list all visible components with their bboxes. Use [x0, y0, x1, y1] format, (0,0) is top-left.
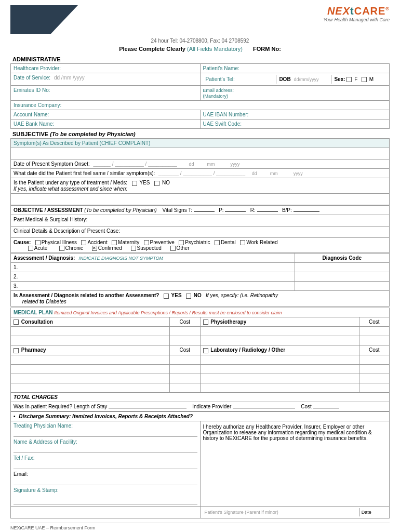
- treatment-yes-checkbox[interactable]: [132, 181, 137, 186]
- treatment-no-checkbox[interactable]: [154, 181, 159, 186]
- row-consultation-physio-header: Consultation Cost Physiotherapy Cost: [11, 317, 390, 326]
- related-no-checkbox[interactable]: [186, 294, 191, 299]
- row-inpatient: Was In-patient Required? Length of Stay …: [11, 402, 390, 411]
- patients-tel-label: Patient's Tel:: [206, 76, 235, 82]
- cause-accident-checkbox[interactable]: [81, 240, 86, 245]
- medical-plan-note: Itemized Original Invoices and Applicabl…: [54, 310, 282, 315]
- physiotherapy-label: Physiotherapy: [210, 319, 246, 325]
- uae-bank-label: UAE Bank Name:: [14, 121, 54, 127]
- tel-fax-label: Tel / Fax:: [14, 455, 35, 461]
- pharmacy-row-4: [11, 383, 390, 392]
- medical-plan-table: Consultation Cost Physiotherapy Cost Pha…: [10, 317, 390, 411]
- page-header: NEXtCARE® Your Health Managed with Care: [10, 5, 390, 34]
- indicate-provider-label: Indicate Provider: [192, 404, 231, 409]
- diagnosis-table: Assessment / Diagnosis: INDICATE DIAGNOS…: [10, 253, 390, 306]
- cause-other-checkbox[interactable]: [170, 246, 176, 251]
- email-row: Email:: [14, 471, 197, 477]
- cause-physical-checkbox[interactable]: [35, 240, 41, 245]
- facility-row: Name & Address of Facility:: [14, 439, 197, 445]
- row-date-tel: Date of Service: dd /mm /yyyy Patient's …: [11, 73, 390, 86]
- signature-row: Signature & Stamp:: [14, 487, 197, 493]
- pharmacy-cost-label: Cost: [170, 345, 200, 355]
- cause-maternity-checkbox[interactable]: [112, 240, 117, 245]
- row-total-charges: TOTAL CHARGES: [11, 392, 390, 402]
- row-treatment-detail: [11, 193, 390, 205]
- cause-dental-checkbox[interactable]: [215, 240, 220, 245]
- row-discharge: • Discharge Summary: Itemized Invoices, …: [11, 411, 390, 421]
- date-format: dd /mm /yyyy: [54, 75, 85, 81]
- emirates-id-label: Emirates ID No:: [14, 87, 50, 93]
- medical-plan-header: MEDICAL PLAN Itemized Original Invoices …: [10, 308, 390, 317]
- row-insurance: Insurance Company:: [11, 101, 390, 110]
- row-physician-auth: Treating Physician Name: Name & Address …: [11, 421, 390, 506]
- row-pharmacy-lab-header: Pharmacy Cost Laboratory / Radiology / O…: [11, 345, 390, 355]
- lab-checkbox[interactable]: [203, 348, 208, 353]
- physiotherapy-checkbox[interactable]: [203, 320, 208, 325]
- cause-preventive-checkbox[interactable]: [144, 240, 149, 245]
- vital-r-label: R:: [250, 207, 256, 213]
- healthcare-provider-label: Healthcare Provider:: [11, 64, 201, 73]
- row-related-assessment: Is Assessment / Diagnosis related to ano…: [11, 291, 390, 306]
- logo-area: NEXtCARE® Your Health Managed with Care: [323, 5, 390, 22]
- form-subtitle: 24 hour Tel: 04-2708800, Fax: 04 2708592: [10, 38, 390, 44]
- pharmacy-row-2: [11, 364, 390, 374]
- cause-label: Cause:: [14, 240, 31, 245]
- consultation-checkbox[interactable]: [14, 320, 19, 325]
- sex-f-checkbox[interactable]: [346, 77, 352, 82]
- cause-work-checkbox[interactable]: [240, 240, 245, 245]
- cause-suspected-checkbox[interactable]: [131, 246, 136, 251]
- treating-physician-row: Treating Physician Name:: [14, 423, 197, 429]
- vital-signs-label: Vital Signs T:: [163, 207, 192, 213]
- patient-signature-label: Patient's Signature (Parent if minor): [203, 508, 360, 516]
- consultation-row-2: [11, 336, 390, 345]
- lab-label: Laboratory / Radiology / Other: [210, 347, 285, 353]
- account-name-label: Account Name:: [14, 112, 49, 117]
- row-treatment: Is the Patient under any type of treatme…: [11, 178, 390, 193]
- row-account-iban: Account Name: UAE IBAN Number:: [11, 110, 390, 119]
- discharge-table: • Discharge Summary: Itemized Invoices, …: [10, 411, 390, 518]
- row-emirates-email: Emirates ID No: Email address:(Mandatory…: [11, 86, 390, 101]
- physiotherapy-cost-label: Cost: [359, 317, 389, 326]
- insurance-company-label: Insurance Company:: [14, 102, 61, 108]
- lab-cost-label: Cost: [359, 345, 389, 355]
- diagnosis-row-3: 3.: [11, 282, 390, 291]
- date-of-service-cell: Date of Service: dd /mm /yyyy: [11, 73, 201, 86]
- row-symptoms: Symptom(s) As Described by Patient (CHIE…: [11, 139, 390, 148]
- signature-stamp-label: Signature & Stamp:: [14, 487, 59, 493]
- instructions-text: Please Complete Clearly (All Fields Mand…: [119, 46, 243, 52]
- uae-swift-label: UAE Swift Code:: [203, 121, 242, 127]
- row-assessment-header: Assessment / Diagnosis: INDICATE DIAGNOS…: [11, 254, 390, 263]
- subjective-table: Symptom(s) As Described by Patient (CHIE…: [10, 138, 390, 205]
- row-date-present: Date of Present Symptom Onset: ______ / …: [11, 159, 390, 169]
- treating-physician-label: Treating Physician Name:: [14, 423, 73, 429]
- cause-psychiatric-checkbox[interactable]: [179, 240, 184, 245]
- uae-iban-label: UAE IBAN Number:: [203, 112, 249, 117]
- cause-chronic-checkbox[interactable]: [59, 246, 64, 251]
- consultation-row-1: [11, 327, 390, 336]
- email-label: Email address:(Mandatory): [203, 88, 234, 99]
- vital-p-label: P:: [219, 207, 223, 213]
- row-cause: Cause: Physical Illness Accident Materni…: [11, 237, 390, 253]
- related-yes-checkbox[interactable]: [164, 294, 169, 299]
- form-no: FORM No:: [253, 46, 281, 52]
- assessment-label: Assessment / Diagnosis:: [14, 255, 75, 261]
- row-provider-name: Healthcare Provider: Patient's Name:: [11, 64, 390, 73]
- objective-table-header: OBJECTIVE / ASSESSMENT (To be completed …: [10, 205, 390, 254]
- footer: NEXiCARE UAE – Reimbursement Form: [10, 523, 390, 530]
- row-first-symptom: What date did the Patient first feel sam…: [11, 169, 390, 178]
- clinical-details-label: Clinical Details & Description of Presen…: [14, 228, 120, 234]
- logo-tagline: Your Health Managed with Care: [323, 17, 390, 22]
- row-bank-swift: UAE Bank Name: UAE Swift Code:: [11, 119, 390, 129]
- cause-confirmed-checkbox[interactable]: [92, 246, 97, 251]
- row-patient-signature: Patient's Signature (Parent if minor) Da…: [11, 506, 390, 518]
- symptoms-label: Symptom(s) As Described by Patient (CHIE…: [11, 139, 390, 148]
- admin-table: Healthcare Provider: Patient's Name: Dat…: [10, 63, 390, 129]
- dob-label: DOB: [279, 76, 290, 82]
- total-charges-label: TOTAL CHARGES: [14, 394, 58, 400]
- pharmacy-checkbox[interactable]: [14, 348, 19, 353]
- cause-acute-checkbox[interactable]: [28, 246, 33, 251]
- sex-m-checkbox[interactable]: [362, 77, 367, 82]
- assessment-note: INDICATE DIAGNOSIS NOT SYMPTOM: [78, 256, 163, 261]
- header-left: [10, 5, 78, 34]
- treatment-label: Is the Patient under any type of treatme…: [14, 180, 127, 185]
